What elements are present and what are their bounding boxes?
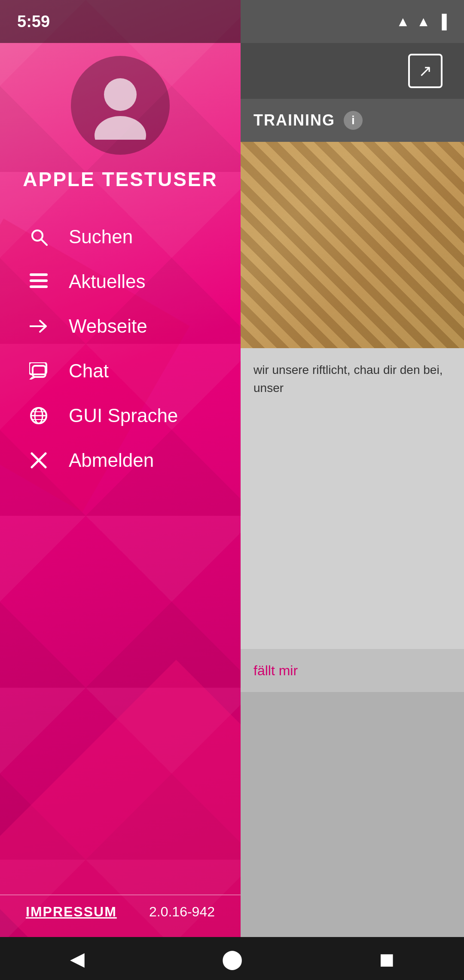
- menu-item-gui-sprache[interactable]: GUI Sprache: [26, 395, 215, 436]
- menu-item-gui-sprache-label: GUI Sprache: [69, 405, 178, 426]
- like-link[interactable]: fällt mir: [253, 663, 298, 679]
- svg-rect-6: [30, 285, 48, 288]
- menu-item-suchen-label: Suchen: [69, 226, 133, 248]
- side-drawer: APPLE TESTUSER Suchen: [0, 0, 241, 937]
- network-icon: ▲: [417, 14, 430, 30]
- menu-item-webseite-label: Webseite: [69, 315, 147, 337]
- status-time: 5:59: [17, 12, 396, 31]
- status-bar: 5:59 ▲ ▲ ▐: [0, 0, 464, 43]
- svg-rect-5: [30, 279, 48, 282]
- rope-image: [241, 142, 464, 348]
- menu-item-chat-label: Chat: [69, 360, 109, 382]
- svg-point-0: [104, 78, 137, 111]
- recents-button[interactable]: ◼: [361, 941, 412, 976]
- info-icon[interactable]: i: [344, 111, 363, 130]
- menu-item-chat[interactable]: Chat: [26, 351, 215, 391]
- search-icon: [26, 228, 52, 246]
- drawer-content: APPLE TESTUSER Suchen: [0, 0, 241, 481]
- menu-item-aktuelles[interactable]: Aktuelles: [26, 261, 215, 302]
- menu-item-suchen[interactable]: Suchen: [26, 217, 215, 257]
- recents-icon: ◼: [379, 948, 395, 970]
- menu-item-abmelden-label: Abmelden: [69, 450, 154, 471]
- svg-line-3: [41, 239, 47, 245]
- list-icon: [26, 273, 52, 290]
- version-text: 2.0.16-942: [149, 904, 215, 920]
- back-icon: ◀: [70, 948, 85, 970]
- status-icons: ▲ ▲ ▐: [396, 14, 447, 30]
- close-icon: [26, 452, 52, 469]
- text-area: wir unsere riftlicht, chau dir den bei, …: [241, 348, 464, 649]
- home-button[interactable]: ⬤: [206, 941, 258, 976]
- training-label: TRAINING: [253, 111, 335, 129]
- menu-item-aktuelles-label: Aktuelles: [69, 271, 146, 292]
- training-area: TRAINING i: [241, 99, 464, 142]
- impressum-link[interactable]: IMPRESSUM: [26, 904, 117, 920]
- back-button[interactable]: ◀: [52, 941, 103, 976]
- svg-point-1: [95, 116, 146, 140]
- like-area: fällt mir: [241, 649, 464, 692]
- svg-rect-4: [30, 273, 48, 276]
- menu-items: Suchen Aktuelles: [0, 217, 241, 481]
- menu-item-webseite[interactable]: Webseite: [26, 306, 215, 346]
- chat-icon: [26, 362, 52, 380]
- rope-visual: [241, 142, 464, 348]
- signal-icon: ▲: [396, 14, 410, 30]
- external-link-icon[interactable]: ↗: [408, 54, 443, 88]
- globe-icon: [26, 407, 52, 425]
- avatar-section: APPLE TESTUSER: [0, 52, 241, 191]
- menu-item-abmelden[interactable]: Abmelden: [26, 440, 215, 481]
- arrow-right-icon: [26, 319, 52, 334]
- drawer-footer: IMPRESSUM 2.0.16-942: [0, 894, 241, 920]
- username: APPLE TESTUSER: [23, 168, 218, 191]
- avatar-icon: [86, 71, 155, 140]
- topbar-right: ↗: [241, 43, 464, 99]
- home-icon: ⬤: [222, 948, 243, 970]
- bottom-nav: ◀ ⬤ ◼: [0, 937, 464, 980]
- avatar: [71, 56, 170, 155]
- svg-rect-9: [33, 366, 46, 377]
- text-content: wir unsere riftlicht, chau dir den bei, …: [253, 361, 451, 397]
- battery-icon: ▐: [437, 14, 447, 30]
